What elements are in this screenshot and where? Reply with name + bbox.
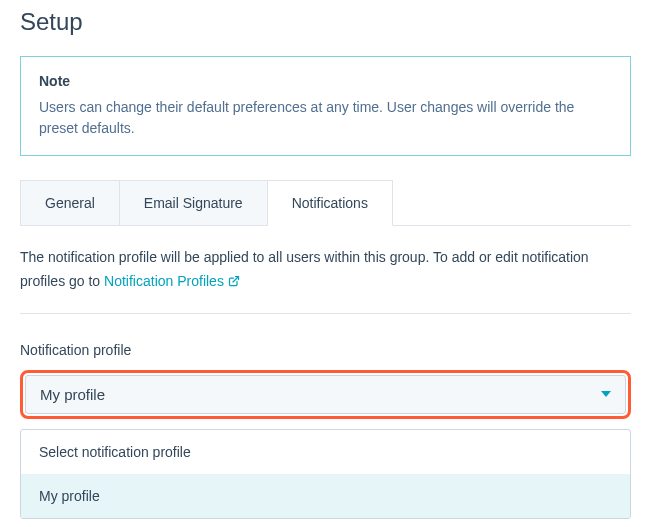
dropdown-option-placeholder[interactable]: Select notification profile bbox=[21, 430, 630, 474]
external-link-icon bbox=[228, 271, 240, 295]
note-box: Note Users can change their default pref… bbox=[20, 56, 631, 156]
tabs-container: General Email Signature Notifications bbox=[20, 180, 631, 226]
section-divider bbox=[20, 313, 631, 314]
notification-profile-label: Notification profile bbox=[20, 342, 631, 358]
svg-line-0 bbox=[233, 276, 239, 282]
select-highlight-wrapper: My profile bbox=[20, 370, 631, 419]
notification-profile-dropdown: Select notification profile My profile bbox=[20, 429, 631, 519]
dropdown-option-my-profile[interactable]: My profile bbox=[21, 474, 630, 518]
note-body: Users can change their default preferenc… bbox=[39, 97, 612, 139]
notifications-description: The notification profile will be applied… bbox=[20, 246, 631, 295]
chevron-down-icon bbox=[601, 391, 611, 397]
notification-profile-select[interactable]: My profile bbox=[25, 375, 626, 414]
note-title: Note bbox=[39, 73, 612, 89]
tab-notifications[interactable]: Notifications bbox=[268, 180, 393, 226]
tab-general[interactable]: General bbox=[20, 180, 120, 226]
select-value: My profile bbox=[40, 386, 105, 403]
page-title: Setup bbox=[20, 8, 631, 36]
tab-email-signature[interactable]: Email Signature bbox=[120, 180, 268, 226]
notification-profiles-link[interactable]: Notification Profiles bbox=[104, 273, 240, 289]
